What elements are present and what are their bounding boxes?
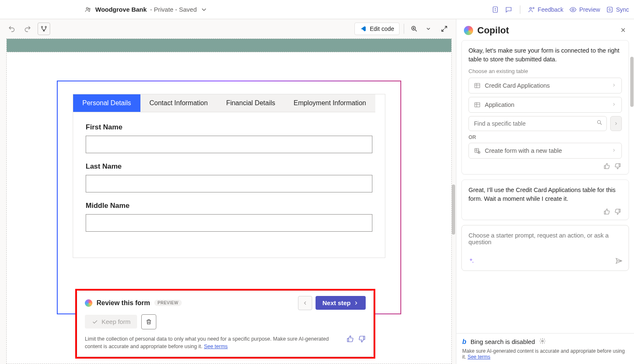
branch-icon[interactable] <box>38 23 50 35</box>
copilot-scroll[interactable]: Okay, let's make sure your form is conne… <box>456 40 634 333</box>
tab-financial[interactable]: Financial Details <box>217 94 284 112</box>
edit-code-button[interactable]: Edit code <box>354 23 400 35</box>
sparkle-icon[interactable] <box>468 258 474 266</box>
header-actions: Feedback Preview Sync <box>486 5 629 14</box>
thumbs-up-icon[interactable] <box>603 208 610 216</box>
table-option-application[interactable]: Application <box>468 97 622 113</box>
svg-point-5 <box>533 7 534 8</box>
tab-contact-info[interactable]: Contact Information <box>140 94 217 112</box>
copilot-panel: Copilot Okay, let's make sure your form … <box>456 19 634 364</box>
tab-panel: First Name Last Name Middle Name <box>73 112 385 258</box>
prev-step-button[interactable] <box>298 296 312 310</box>
tab-employment[interactable]: Employment Information <box>285 94 375 112</box>
table-icon <box>474 82 481 89</box>
undo-button[interactable] <box>6 23 18 35</box>
document-title-group[interactable]: Woodgrove Bank - Private - Saved <box>84 6 208 13</box>
app-header: Woodgrove Bank - Private - Saved Feedbac… <box>0 0 634 19</box>
form-tabs: Personal Details Contact Information Fin… <box>73 94 385 112</box>
redo-button[interactable] <box>22 23 33 35</box>
copilot-icon <box>85 299 92 307</box>
table-option-label: Application <box>485 101 514 108</box>
search-submit-button[interactable] <box>610 116 622 131</box>
separator <box>520 5 520 14</box>
thumbs-down-icon[interactable] <box>614 163 621 171</box>
middle-name-input[interactable] <box>86 214 372 232</box>
svg-rect-13 <box>475 103 480 107</box>
next-step-button[interactable]: Next step <box>316 296 366 310</box>
review-disclaimer: Limit the collection of personal data to… <box>85 335 342 351</box>
find-table-input[interactable] <box>468 116 607 131</box>
svg-point-1 <box>89 8 90 9</box>
sync-label: Sync <box>616 6 629 13</box>
create-table-label: Create form with a new table <box>485 147 562 154</box>
keep-form-label: Keep form <box>102 318 130 325</box>
zoom-icon[interactable] <box>408 23 420 35</box>
send-icon[interactable] <box>615 257 623 266</box>
preview-badge: PREVIEW <box>154 300 182 306</box>
feedback-button[interactable]: Feedback <box>528 6 563 13</box>
bing-icon: b <box>462 338 466 346</box>
thumbs-up-icon[interactable] <box>346 335 354 345</box>
preview-button[interactable]: Preview <box>569 6 600 13</box>
search-icon <box>596 119 603 127</box>
field-first-name: First Name <box>86 123 372 153</box>
review-highlight-box: Review this form PREVIEW Next step <box>75 289 375 359</box>
svg-point-4 <box>530 7 532 9</box>
page-banner <box>7 39 451 52</box>
create-new-table-option[interactable]: Create form with a new table <box>468 143 622 159</box>
review-title: Review this form <box>97 299 150 307</box>
svg-point-17 <box>542 340 543 342</box>
gear-icon[interactable] <box>539 338 546 346</box>
svg-point-8 <box>41 26 43 28</box>
copilot-prompt-input[interactable] <box>468 231 623 254</box>
separator <box>404 24 404 34</box>
svg-point-14 <box>598 121 601 124</box>
comments-icon[interactable] <box>505 6 512 13</box>
delete-form-button[interactable] <box>141 314 156 329</box>
copilot-footer: b Bing search is disabled Make sure AI-g… <box>456 333 634 364</box>
keep-form-button[interactable]: Keep form <box>85 315 137 329</box>
edit-code-label: Edit code <box>370 25 394 32</box>
last-name-input[interactable] <box>86 175 372 192</box>
chevron-right-icon <box>611 101 616 108</box>
table-option-credit-card[interactable]: Credit Card Applications <box>468 78 622 94</box>
first-name-input[interactable] <box>86 136 372 153</box>
close-icon[interactable] <box>620 25 626 36</box>
form-card[interactable]: Personal Details Contact Information Fin… <box>57 81 401 314</box>
chevron-right-icon <box>611 147 616 154</box>
canvas-toolbar: Edit code <box>0 19 456 38</box>
scrollbar-thumb[interactable] <box>452 185 455 235</box>
chevron-down-icon[interactable] <box>200 6 208 13</box>
preview-label: Preview <box>579 6 600 13</box>
expand-icon[interactable] <box>438 23 450 35</box>
first-name-label: First Name <box>86 123 372 131</box>
doc-state: - Private - Saved <box>150 6 197 13</box>
review-card: Review this form PREVIEW Next step <box>77 291 374 357</box>
bing-status: Bing search is disabled <box>471 338 535 345</box>
next-step-label: Next step <box>322 299 351 306</box>
svg-point-3 <box>495 8 495 9</box>
last-name-label: Last Name <box>86 162 372 171</box>
middle-name-label: Middle Name <box>86 202 372 210</box>
thumbs-up-icon[interactable] <box>603 163 610 171</box>
copilot-message-2: Great, I'll use the Credit Card Applicat… <box>461 179 629 220</box>
thumbs-down-icon[interactable] <box>358 335 366 345</box>
svg-point-6 <box>572 8 574 10</box>
svg-rect-12 <box>475 83 480 88</box>
canvas-column: Edit code <box>0 19 456 364</box>
svg-point-9 <box>45 26 46 28</box>
scrollbar-thumb[interactable] <box>630 57 634 107</box>
tab-personal-details[interactable]: Personal Details <box>73 94 140 112</box>
copilot-msg1-text: Okay, let's make sure your form is conne… <box>468 46 622 64</box>
vscode-icon <box>360 25 367 32</box>
sync-button[interactable]: Sync <box>606 6 629 13</box>
info-icon[interactable] <box>491 6 499 13</box>
feedback-label: Feedback <box>538 6 563 13</box>
people-icon <box>84 6 92 13</box>
choose-table-label: Choose an existing table <box>468 68 622 74</box>
see-terms-link[interactable]: See terms <box>204 344 228 349</box>
chevron-right-icon <box>611 82 616 89</box>
footer-see-terms-link[interactable]: See terms <box>468 354 491 360</box>
zoom-chevron-icon[interactable] <box>423 23 434 35</box>
thumbs-down-icon[interactable] <box>614 208 621 216</box>
